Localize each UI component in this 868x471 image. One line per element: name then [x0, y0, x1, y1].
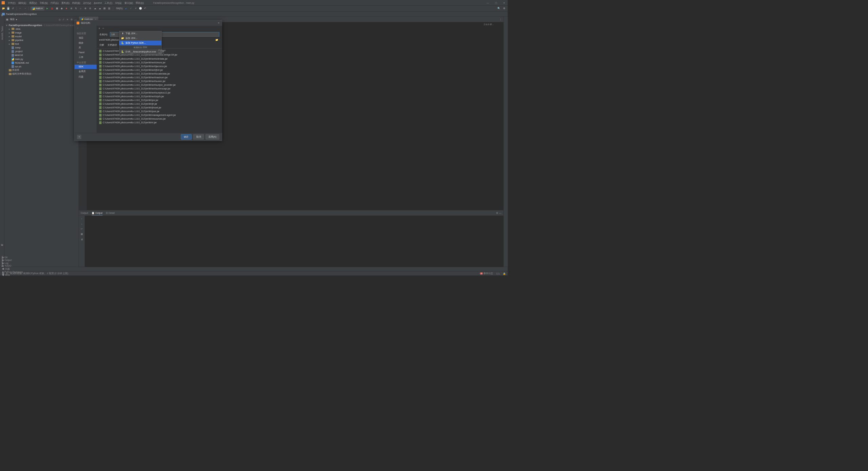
- lock-icon[interactable]: 🔒: [503, 272, 506, 275]
- sync-icon[interactable]: ↺: [11, 7, 15, 11]
- settings-icon[interactable]: ⚙: [502, 7, 506, 11]
- tree-row[interactable]: run.sh: [4, 64, 79, 68]
- back-icon[interactable]: ←: [18, 7, 22, 11]
- dropdown-item[interactable]: 🐍添加 Python SDK...: [119, 41, 162, 45]
- tool-window-TODO[interactable]: ◆ TODO: [2, 264, 23, 267]
- menu-W[interactable]: 窗口(W): [123, 1, 135, 4]
- cancel-button[interactable]: 取消: [193, 134, 204, 140]
- menu-H[interactable]: 帮助(H): [134, 1, 145, 4]
- tb-icon-8[interactable]: ▤: [103, 7, 106, 11]
- open-file-icon[interactable]: 📂: [2, 7, 5, 11]
- jar-row[interactable]: C:\Users\97409\.jdks\corretto-1.8.0_312\…: [99, 117, 220, 121]
- jar-row[interactable]: C:\Users\97409\.jdks\corretto-1.8.0_312\…: [99, 109, 220, 113]
- event-log-label[interactable]: 事件日志: [484, 272, 493, 275]
- jar-row[interactable]: C:\Users\97409\.jdks\corretto-1.8.0_312\…: [99, 90, 220, 94]
- editor-menu-icon[interactable]: ⋮: [499, 18, 502, 21]
- maximize-icon[interactable]: ▢: [494, 1, 498, 4]
- minimize-icon[interactable]: —: [485, 1, 490, 4]
- tree-row[interactable]: ▾FacialExpressionRecognitionC:\Users\974…: [4, 23, 79, 27]
- menu-Ascend[interactable]: Ascend: [93, 1, 103, 4]
- sidebar-item-全局库[interactable]: 全局库: [75, 69, 97, 74]
- git-update-icon[interactable]: ↙: [124, 7, 128, 11]
- sidebar-item[interactable]: 库: [75, 45, 97, 50]
- dropdown-item[interactable]: ⬇下载 JDK...: [119, 31, 162, 36]
- tb-icon-6[interactable]: ☁: [93, 7, 97, 11]
- breadcrumb-path[interactable]: FacialExpressionRecognition: [6, 13, 37, 15]
- browse-icon[interactable]: 📁: [215, 38, 218, 41]
- jar-row[interactable]: C:\Users\97409\.jdks\corretto-1.8.0_312\…: [99, 57, 220, 60]
- jar-row[interactable]: C:\Users\97409\.jdks\corretto-1.8.0_312\…: [99, 60, 220, 64]
- menu-N[interactable]: 导航(N): [38, 1, 49, 4]
- close-icon[interactable]: ✕: [502, 1, 506, 4]
- jar-row[interactable]: C:\Users\97409\.jdks\corretto-1.8.0_312\…: [99, 102, 220, 106]
- tool-window-问题[interactable]: ◆ 问题: [2, 267, 23, 270]
- filter-icon[interactable]: ▦: [81, 233, 83, 236]
- menu-E[interactable]: 编辑(E): [17, 1, 28, 4]
- menu-V[interactable]: 视图(V): [28, 1, 39, 4]
- close-icon[interactable]: ✕: [218, 22, 220, 24]
- run-icon[interactable]: ▶: [46, 7, 50, 11]
- tool-window-Git[interactable]: ◆ Git: [2, 256, 23, 259]
- collapse-all-icon[interactable]: ✕: [66, 18, 68, 21]
- expand-all-icon[interactable]: ⤢: [62, 18, 64, 21]
- forward-icon[interactable]: →: [81, 27, 83, 29]
- tb-icon-5[interactable]: ⊖: [88, 7, 92, 11]
- up-icon[interactable]: ↑: [81, 217, 82, 220]
- coverage-icon[interactable]: ▦: [55, 7, 59, 11]
- tree-row[interactable]: ▸model: [4, 34, 79, 38]
- jar-row[interactable]: C:\Users\97409\.jdks\corretto-1.8.0_312\…: [99, 68, 220, 72]
- dropdown-item[interactable]: 📁添加 JDK...: [119, 36, 162, 41]
- tree-row[interactable]: .keep: [4, 46, 79, 49]
- tool-windows-icon[interactable]: ▦: [2, 272, 4, 275]
- jar-row[interactable]: C:\Users\97409\.jdks\corretto-1.8.0_312\…: [99, 106, 220, 109]
- tree-row[interactable]: main.py: [4, 57, 79, 61]
- tree-row[interactable]: ▸pipeline: [4, 38, 79, 42]
- add-sdk-icon[interactable]: +: [98, 26, 100, 30]
- stop-icon[interactable]: ■: [65, 7, 68, 11]
- jar-row[interactable]: C:\Users\97409\.jdks\corretto-1.8.0_312\…: [99, 94, 220, 98]
- jar-row[interactable]: C:\Users\97409\.jdks\corretto-1.8.0_312\…: [99, 87, 220, 90]
- remove-sdk-icon[interactable]: −: [102, 26, 104, 30]
- menu-C[interactable]: 代码(C): [49, 1, 60, 4]
- sidebar-item-SDK[interactable]: SDK: [75, 65, 97, 69]
- sidebar-item[interactable]: 模块: [75, 40, 97, 45]
- save-all-icon[interactable]: 💾: [6, 7, 10, 11]
- sidebar-item[interactable]: 项目: [75, 36, 97, 41]
- apply-button[interactable]: 应用(A): [205, 134, 219, 140]
- menu-G[interactable]: Git(G): [114, 1, 123, 4]
- jar-row[interactable]: C:\Users\97409\.jdks\corretto-1.8.0_312\…: [99, 98, 220, 102]
- tree-row[interactable]: ▸test: [4, 42, 79, 45]
- down-icon[interactable]: ↓: [81, 222, 82, 225]
- back-icon[interactable]: ←: [77, 27, 79, 29]
- forward-icon[interactable]: →: [23, 7, 27, 11]
- tab-annotations[interactable]: 注解: [99, 43, 104, 47]
- output-tab-detail[interactable]: ☰ Detail: [106, 211, 115, 215]
- tb-icon-9[interactable]: ▥: [107, 7, 111, 11]
- automl-tab[interactable]: AutoML Tasks: [1, 26, 3, 40]
- tree-row[interactable]: label.txt: [4, 53, 79, 57]
- tree-row[interactable]: 外部库: [4, 68, 79, 72]
- sidebar-item[interactable]: 工件: [75, 55, 97, 60]
- tree-row[interactable]: README.md: [4, 61, 79, 64]
- tree-row[interactable]: ▸.idea: [4, 27, 79, 30]
- menu-B[interactable]: 构建(B): [71, 1, 82, 4]
- jar-row[interactable]: C:\Users\97409\.jdks\corretto-1.8.0_312\…: [99, 121, 220, 124]
- status-message[interactable]: 检测到框架: 检测到 Python 框架。 // 配置 (2 分钟 之前): [10, 272, 68, 275]
- git-rollback-icon[interactable]: ↶: [143, 7, 147, 11]
- git-push-icon[interactable]: ↗: [134, 7, 138, 11]
- help-icon[interactable]: ?: [77, 135, 81, 139]
- git-commit-icon[interactable]: ✓: [129, 7, 133, 11]
- tool-window-Output[interactable]: ◆ Output: [2, 259, 23, 262]
- bookmarks-tab[interactable]: Bookmarks: [1, 256, 3, 267]
- jar-row[interactable]: C:\Users\97409\.jdks\corretto-1.8.0_312\…: [99, 79, 220, 83]
- gear-icon[interactable]: ⚙ —: [496, 212, 501, 214]
- tb-icon-2[interactable]: ↯: [74, 7, 78, 11]
- wrap-icon[interactable]: ↩: [81, 228, 83, 230]
- tool-window-Log[interactable]: ◆ Log: [2, 262, 23, 264]
- jar-row[interactable]: C:\Users\97409\.jdks\corretto-1.8.0_312\…: [99, 76, 220, 79]
- tb-icon-3[interactable]: ⌕: [79, 7, 83, 11]
- menu-F[interactable]: 文件(F): [6, 1, 17, 4]
- jar-row[interactable]: C:\Users\97409\.jdks\corretto-1.8.0_312\…: [99, 72, 220, 76]
- jar-row[interactable]: C:\Users\97409\.jdks\corretto-1.8.0_312\…: [99, 83, 220, 87]
- chevron-down-icon[interactable]: ▾: [16, 18, 17, 21]
